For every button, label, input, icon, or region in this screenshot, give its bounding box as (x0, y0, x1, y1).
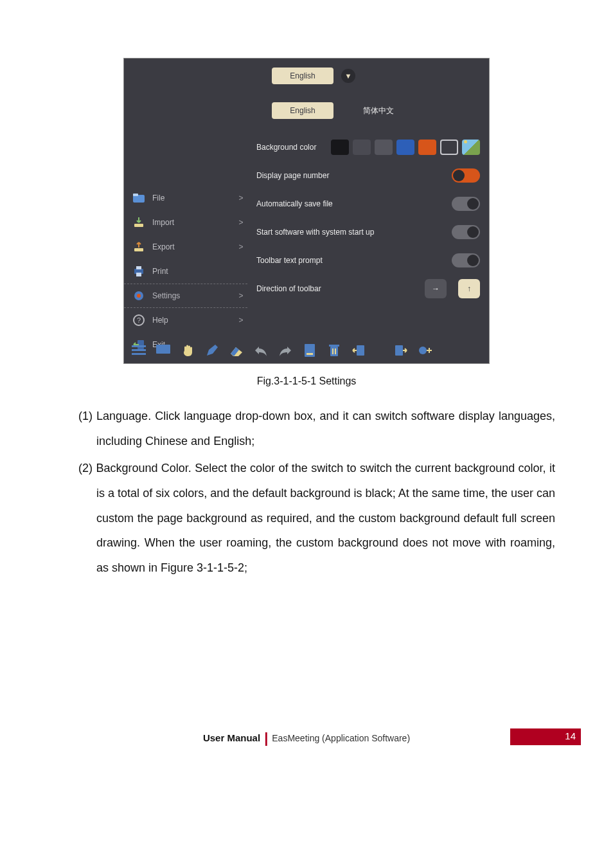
footer-divider: | (264, 730, 268, 746)
sidebar-item-file[interactable]: File > (124, 186, 247, 210)
export-icon (132, 240, 146, 254)
footer-app-name: EasMeeting (Application Software) (272, 733, 410, 743)
label-toolbar-text-prompt: Toolbar text prompt (256, 256, 323, 265)
chevron-down-icon[interactable]: ▼ (341, 69, 355, 83)
bg-swatch-5[interactable] (418, 140, 436, 155)
menu-icon[interactable] (130, 342, 147, 359)
setting-start-with-system: Start software with system start up (256, 218, 480, 246)
toggle-auto-save[interactable] (452, 197, 480, 211)
svg-rect-19 (330, 347, 338, 356)
toggle-display-page-number[interactable] (452, 168, 480, 183)
gear-icon (132, 289, 146, 303)
svg-rect-15 (156, 345, 170, 354)
import-icon (132, 215, 146, 230)
next-page-icon[interactable] (393, 342, 409, 359)
label-auto-save: Automatically save file (256, 199, 333, 208)
figure-caption: Fig.3-1-1-5-1 Settings (58, 375, 555, 387)
language-dropdown-selected: English (290, 71, 315, 80)
footer-page-number: 14 (565, 730, 576, 741)
language-dropdown[interactable]: English ▼ (272, 68, 333, 84)
svg-rect-22 (335, 348, 336, 354)
chevron-right-icon: > (235, 316, 247, 325)
sidebar-item-label: Help (152, 316, 228, 325)
svg-rect-6 (136, 273, 141, 276)
setting-auto-save: Automatically save file (256, 190, 480, 218)
setting-background-color: Background color (256, 133, 480, 161)
toolbar-direction-right[interactable]: → (425, 279, 447, 298)
sidebar-item-label: Export (152, 242, 228, 251)
svg-rect-1 (133, 194, 138, 196)
paragraph-1: (1) Language. Click language drop-down b… (58, 404, 555, 453)
chevron-right-icon: > (235, 194, 247, 203)
paragraph-2: (2) Background Color. Select the color o… (58, 456, 555, 580)
page-icon[interactable] (301, 342, 318, 359)
label-direction-toolbar: Direction of toolbar (256, 284, 321, 293)
svg-rect-24 (395, 345, 403, 356)
sidebar-item-label: Print (152, 267, 228, 276)
trash-icon[interactable] (326, 342, 342, 359)
setting-direction-toolbar: Direction of toolbar → ↑ (256, 275, 480, 303)
svg-rect-21 (332, 348, 333, 354)
settings-screenshot: English ▼ English 简体中文 Background color (123, 58, 490, 364)
language-tab-english[interactable]: English (272, 102, 333, 119)
help-icon: ? (132, 313, 146, 327)
settings-panel: English ▼ English 简体中文 Background color (247, 59, 489, 303)
label-display-page-number: Display page number (256, 171, 329, 180)
language-tab-chinese[interactable]: 简体中文 (348, 102, 409, 119)
bg-swatch-2[interactable] (353, 140, 371, 155)
svg-rect-14 (132, 353, 146, 355)
sidebar-item-import[interactable]: Import > (124, 210, 247, 235)
sidebar-item-label: File (152, 194, 228, 203)
toolbar-direction-up[interactable]: ↑ (458, 279, 480, 298)
language-tabs: English 简体中文 (272, 102, 480, 119)
svg-rect-13 (132, 349, 146, 351)
print-icon (132, 264, 146, 278)
sidebar-item-export[interactable]: Export > (124, 235, 247, 259)
page-footer: User Manual | EasMeeting (Application So… (58, 728, 555, 748)
svg-rect-2 (134, 224, 143, 227)
svg-text:?: ? (137, 316, 141, 324)
bg-swatch-1[interactable] (331, 140, 349, 155)
sidebar-item-label: Import (152, 218, 228, 227)
toggle-start-with-system[interactable] (452, 225, 480, 239)
pen-icon[interactable] (204, 342, 220, 359)
sidebar-item-help[interactable]: ? Help > (124, 308, 247, 332)
setting-toolbar-text-prompt: Toolbar text prompt (256, 246, 480, 275)
eraser-icon[interactable] (228, 342, 245, 359)
bg-swatch-custom[interactable] (462, 140, 480, 155)
bg-swatches (331, 140, 480, 155)
svg-point-8 (137, 294, 141, 298)
setting-display-page-number: Display page number (256, 161, 480, 190)
label-background-color: Background color (256, 143, 316, 152)
bg-swatch-3[interactable] (375, 140, 393, 155)
prev-page-icon[interactable] (350, 342, 367, 359)
toggle-toolbar-text-prompt[interactable] (452, 253, 480, 267)
sidebar-item-settings[interactable]: Settings > (124, 284, 247, 308)
svg-rect-20 (329, 345, 339, 347)
label-start-with-system: Start software with system start up (256, 228, 374, 237)
bg-swatch-outline[interactable] (440, 140, 458, 155)
chevron-right-icon: > (235, 218, 247, 227)
chevron-right-icon: > (235, 242, 247, 251)
sidebar: File > Import > Export > Print (124, 59, 247, 363)
footer-user-manual: User Manual (203, 732, 260, 743)
file-icon (132, 191, 146, 205)
sidebar-item-print[interactable]: Print (124, 259, 247, 284)
desktop-icon[interactable] (155, 342, 172, 359)
bottom-toolbar (124, 338, 489, 363)
chevron-right-icon: > (235, 291, 247, 300)
sidebar-item-label: Settings (152, 291, 228, 300)
undo-icon[interactable] (253, 342, 269, 359)
svg-rect-16 (161, 354, 165, 356)
svg-rect-5 (136, 266, 141, 269)
add-page-icon[interactable] (417, 342, 434, 359)
svg-rect-3 (134, 248, 143, 251)
svg-rect-12 (132, 345, 146, 347)
svg-rect-23 (357, 345, 364, 356)
svg-rect-18 (306, 353, 313, 355)
svg-point-25 (419, 347, 427, 354)
hand-icon[interactable] (179, 342, 196, 359)
redo-icon[interactable] (277, 342, 294, 359)
bg-swatch-4[interactable] (396, 140, 414, 155)
